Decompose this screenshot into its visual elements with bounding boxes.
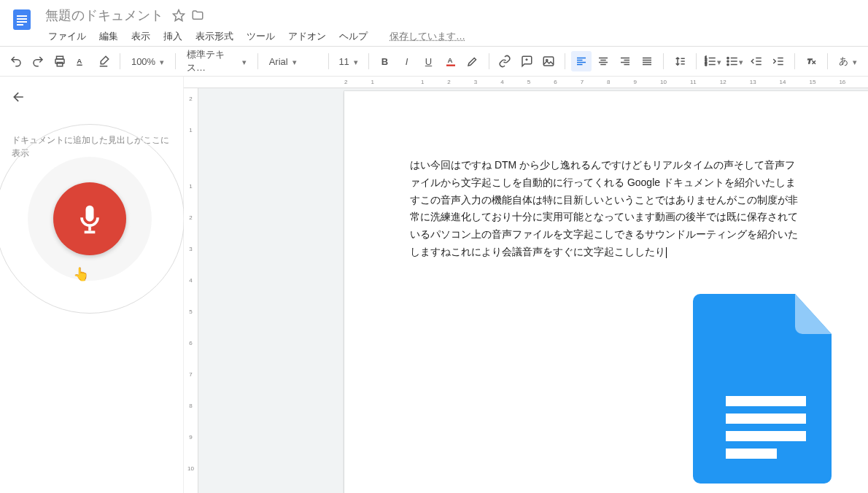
menu-addons[interactable]: アドオン	[282, 27, 332, 46]
star-icon[interactable]	[172, 9, 185, 22]
menu-tools[interactable]: ツール	[241, 27, 281, 46]
outline-sidebar: ドキュメントに追加した見出しがここに表示 👆	[0, 77, 184, 493]
menu-help[interactable]: ヘルプ	[333, 27, 373, 46]
font-value: Arial	[269, 56, 288, 67]
menu-file[interactable]: ファイル	[42, 27, 92, 46]
svg-text:A: A	[77, 57, 82, 65]
svg-rect-1	[17, 15, 27, 17]
svg-rect-26	[726, 449, 777, 459]
align-justify-button[interactable]	[637, 51, 657, 71]
zoom-select[interactable]: 100%	[126, 51, 169, 71]
svg-rect-23	[726, 396, 806, 406]
svg-point-19	[727, 63, 729, 65]
clear-format-button[interactable]: T	[801, 51, 821, 71]
link-button[interactable]	[495, 51, 515, 71]
ime-label: あ	[839, 55, 848, 68]
align-right-button[interactable]	[615, 51, 635, 71]
svg-point-18	[727, 61, 729, 62]
numbered-list-button[interactable]: 123	[702, 51, 723, 71]
move-folder-icon[interactable]	[191, 9, 204, 22]
outline-empty-message: ドキュメントに追加した見出しがここに表示	[12, 133, 171, 160]
svg-text:T: T	[807, 57, 813, 65]
redo-button[interactable]	[28, 51, 48, 71]
ruler-horizontal[interactable]: 21123456789101112131415161718	[184, 77, 868, 88]
styles-value: 標準テキス…	[187, 48, 238, 74]
align-center-button[interactable]	[593, 51, 613, 71]
svg-marker-5	[174, 10, 185, 21]
ime-button[interactable]: あ	[834, 51, 862, 71]
svg-point-17	[727, 57, 729, 58]
document-area: 21123456789101112131415161718 2112345678…	[184, 77, 868, 493]
print-button[interactable]	[50, 51, 70, 71]
svg-rect-12	[544, 57, 554, 66]
font-size-select[interactable]: 11	[335, 51, 363, 71]
font-size-value: 11	[338, 56, 349, 67]
svg-rect-4	[17, 24, 23, 26]
ruler-vertical[interactable]: 2112345678910111213	[184, 88, 198, 493]
underline-button[interactable]: U	[419, 51, 439, 71]
align-left-button[interactable]	[571, 51, 592, 71]
text-cursor	[666, 247, 667, 258]
svg-rect-3	[17, 21, 27, 23]
svg-rect-25	[726, 431, 806, 441]
cursor-hand-icon: 👆	[73, 266, 89, 282]
back-arrow-icon[interactable]	[12, 90, 171, 107]
bold-button[interactable]: B	[375, 51, 395, 71]
font-select[interactable]: Arial	[264, 51, 322, 71]
styles-select[interactable]: 標準テキス…	[182, 51, 252, 71]
dedent-button[interactable]	[746, 51, 767, 71]
indent-button[interactable]	[768, 51, 788, 71]
docs-watermark-icon	[693, 294, 839, 484]
comment-button[interactable]	[516, 51, 537, 71]
svg-rect-22	[85, 231, 96, 234]
menu-view[interactable]: 表示	[125, 27, 156, 46]
docs-logo[interactable]	[9, 7, 35, 33]
text-color-button[interactable]: A	[441, 51, 461, 71]
zoom-value: 100%	[131, 56, 155, 67]
svg-rect-11	[446, 65, 455, 66]
toolbar: A 100% 標準テキス… Arial 11 B I U A 123 T あ	[0, 47, 868, 77]
paint-format-button[interactable]	[93, 51, 114, 71]
bullet-list-button[interactable]	[724, 51, 745, 71]
voice-typing-button[interactable]	[53, 182, 126, 255]
document-body[interactable]: はい今回はですね DTM から少し逸れるんですけどもリアルタイムの声そして音声フ…	[410, 157, 804, 261]
document-title[interactable]: 無題のドキュメント	[42, 5, 166, 26]
menu-bar: ファイル 編集 表示 挿入 表示形式 ツール アドオン ヘルプ 保存しています…	[42, 27, 471, 46]
menu-insert[interactable]: 挿入	[158, 27, 188, 46]
image-button[interactable]	[538, 51, 559, 71]
svg-rect-21	[88, 227, 91, 231]
svg-text:A: A	[447, 56, 452, 64]
svg-text:3: 3	[705, 63, 708, 66]
menu-format[interactable]: 表示形式	[190, 27, 239, 46]
saving-status[interactable]: 保存しています…	[384, 27, 471, 46]
highlight-button[interactable]	[462, 51, 483, 71]
italic-button[interactable]: I	[397, 51, 417, 71]
svg-rect-24	[726, 414, 806, 424]
spellcheck-button[interactable]: A	[71, 51, 92, 71]
line-spacing-button[interactable]	[670, 51, 690, 71]
menu-edit[interactable]: 編集	[93, 27, 124, 46]
svg-rect-2	[17, 18, 27, 20]
undo-button[interactable]	[6, 51, 26, 71]
